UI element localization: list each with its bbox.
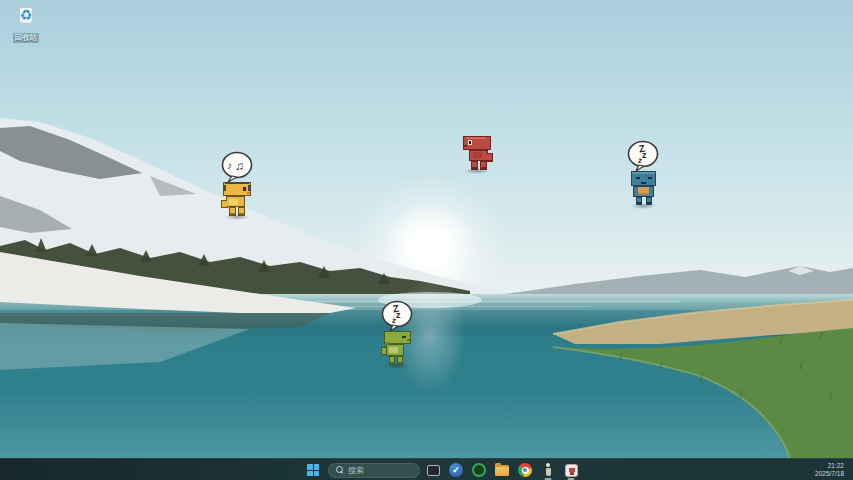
recycle-bin-label: 回收站: [13, 33, 40, 43]
pet-yellow-dino[interactable]: ♪ ♫: [220, 151, 254, 220]
desktop: ♻ 回收站 ♪ ♫: [0, 0, 853, 480]
recycle-bin-icon: ♻: [15, 4, 37, 26]
pet-green-dino[interactable]: Z z z: [380, 300, 414, 369]
pet-shadow: [464, 168, 490, 174]
folder-icon: [495, 465, 509, 476]
taskbar-icon-green-app[interactable]: [469, 460, 489, 480]
search-input[interactable]: [348, 466, 410, 475]
zzz-char: z: [396, 310, 401, 320]
music-bubble: ♪ ♫: [220, 151, 254, 184]
recycle-bin[interactable]: ♻ 回收站: [6, 4, 46, 44]
pet-blue-dino[interactable]: Z z z: [626, 140, 660, 209]
clock-date: 2025/7/18: [815, 470, 844, 478]
search-icon: [336, 466, 344, 474]
pet-shadow: [384, 363, 410, 369]
clock-time: 21:22: [815, 462, 844, 470]
chrome-icon: [518, 463, 532, 477]
green-dino-sprite: [381, 330, 414, 366]
red-dino-sprite: [460, 135, 493, 171]
taskbar-search[interactable]: [328, 463, 420, 478]
taskbar-icon-window[interactable]: [423, 460, 443, 480]
check-icon: ✓: [449, 463, 463, 477]
sleep-bubble: Z z z: [626, 140, 660, 173]
recycle-icon: ♻: [15, 4, 37, 26]
wallpaper: [0, 0, 853, 458]
window-icon: [427, 465, 440, 476]
taskbar-icon-pet-figure[interactable]: [538, 460, 558, 480]
taskbar-clock[interactable]: 21:22 2025/7/18: [812, 459, 847, 480]
start-button[interactable]: [303, 460, 323, 480]
sleep-bubble: Z z z: [380, 300, 414, 333]
taskbar-icon-todo[interactable]: ✓: [446, 460, 466, 480]
zzz-char: z: [642, 150, 647, 160]
figure-icon: [544, 463, 552, 477]
yellow-dino-sprite: [221, 181, 254, 217]
blue-dino-sprite: [627, 170, 660, 206]
taskbar: ✓ 21:22 2025/7/18: [0, 458, 853, 480]
music-note: ♫: [235, 159, 244, 173]
taskbar-icon-chrome[interactable]: [515, 460, 535, 480]
taskbar-icon-pixel-app[interactable]: [561, 460, 581, 480]
pixel-app-icon: [565, 464, 578, 477]
music-note: ♪: [227, 160, 232, 171]
pet-red-dino[interactable]: [460, 135, 493, 174]
pet-shadow: [224, 214, 250, 220]
green-ring-icon: [472, 463, 486, 477]
taskbar-icon-file-explorer[interactable]: [492, 460, 512, 480]
pet-shadow: [630, 203, 656, 209]
windows-logo-icon: [307, 464, 319, 476]
